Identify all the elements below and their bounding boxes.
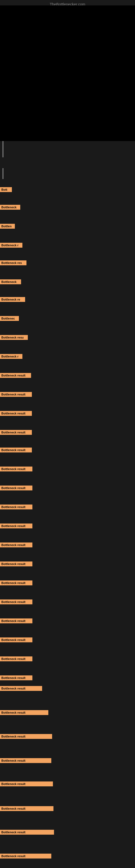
bottleneck-result-item[interactable]: Bottlen xyxy=(0,224,15,229)
bottleneck-result-item[interactable]: Bottleneck result xyxy=(0,618,32,623)
bottleneck-result-item[interactable]: Bottleneck xyxy=(0,205,20,210)
bottleneck-result-item[interactable]: Bottleneck result xyxy=(0,854,51,859)
chart-area xyxy=(0,5,135,141)
bottleneck-result-item[interactable]: Bottleneck result xyxy=(0,392,32,397)
bottleneck-result-item[interactable]: Bottleneck result xyxy=(0,638,32,642)
bottleneck-result-item[interactable]: Bottleneck result xyxy=(0,758,51,763)
bottleneck-result-item[interactable]: Bottleneck result xyxy=(0,524,32,528)
bottleneck-result-item[interactable]: Bottleneck result xyxy=(0,581,32,585)
vertical-line-2 xyxy=(3,168,3,179)
bottleneck-result-item[interactable]: Bottleneck r xyxy=(0,354,22,359)
bottleneck-result-item[interactable]: Bottleneck result xyxy=(0,486,32,490)
bottleneck-result-item[interactable]: Bottleneck res xyxy=(0,260,27,265)
bottleneck-result-item[interactable]: Bottleneck result xyxy=(0,656,32,661)
bottleneck-result-item[interactable]: Bottleneck result xyxy=(0,710,48,715)
bottleneck-result-item[interactable]: Bottleneck result xyxy=(0,675,32,680)
bottleneck-result-item[interactable]: Bottleneck result xyxy=(0,830,54,835)
bottleneck-result-item[interactable]: Bottleneck result xyxy=(0,599,32,604)
bottleneck-result-item[interactable]: Bottleneck result xyxy=(0,467,32,471)
bottleneck-result-item[interactable]: Bottleneck result xyxy=(0,504,32,509)
bottleneck-result-item[interactable]: Bottleneck resu xyxy=(0,335,28,340)
bottleneck-result-item[interactable]: Bottleneck result xyxy=(0,542,32,547)
bottleneck-result-item[interactable]: Bottleneck result xyxy=(0,686,42,691)
bottleneck-result-item[interactable]: Bottleneck result xyxy=(0,447,32,453)
bottleneck-result-item[interactable]: Bottleneck xyxy=(0,279,21,284)
bottleneck-result-item[interactable]: Bott xyxy=(0,187,12,192)
bottleneck-result-item[interactable]: Bottleneck result xyxy=(0,781,53,786)
vertical-line-1 xyxy=(3,141,3,157)
bottleneck-result-item[interactable]: Bottleneck result xyxy=(0,411,32,416)
bottleneck-result-item[interactable]: Bottleneck result xyxy=(0,373,31,378)
bottleneck-result-item[interactable]: Bottleneck re xyxy=(0,297,25,302)
bottleneck-result-item[interactable]: Bottleneck result xyxy=(0,430,32,435)
bottleneck-result-item[interactable]: Bottlenec xyxy=(0,316,19,321)
bottleneck-result-item[interactable]: Bottleneck result xyxy=(0,734,52,739)
bottleneck-result-item[interactable]: Bottleneck result xyxy=(0,806,53,811)
bottleneck-result-item[interactable]: Bottleneck r xyxy=(0,243,22,248)
bottleneck-result-item[interactable]: Bottleneck result xyxy=(0,561,32,566)
